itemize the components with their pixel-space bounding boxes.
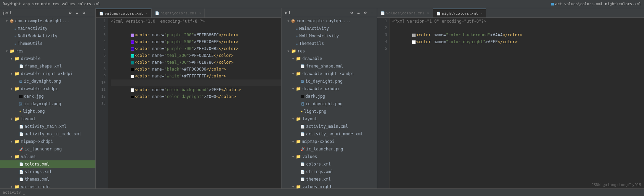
tree-item-r_NoUiModeActivity[interactable]: ☕NoUiModeActivity — [281, 32, 377, 40]
tree-item-r_strings_xml[interactable]: 📄strings.xml — [281, 168, 377, 175]
line-number: 6 — [96, 52, 108, 59]
tree-item-r_activity_main[interactable]: 📄activity_main.xml — [281, 123, 377, 130]
tree-item-themes_xml[interactable]: 📄themes.xml — [0, 175, 95, 183]
tree-item-activity_main[interactable]: 📄activity_main.xml — [0, 123, 95, 130]
code-line — [111, 100, 281, 107]
right-tab-xml-icon2: 📄 — [436, 12, 441, 15]
tree-item-NoUiModeActivity[interactable]: ☕NoUiModeActivity — [0, 32, 95, 40]
tree-item-r_activity_no_ui[interactable]: 📄activity_no_ui_mode.xml — [281, 130, 377, 138]
tree-item-layout[interactable]: ▼📁layout — [0, 115, 95, 123]
right-more-icon[interactable]: — — [369, 10, 375, 15]
code-line: <color name="teal_700">#FF018786</color> — [111, 59, 281, 66]
left-path: DayNight app src main res values colors.… — [3, 2, 550, 6]
line-number: 11 — [96, 86, 108, 93]
left-editor-pane: 📄 values\colors.xml × 📄 night\colors.xml… — [96, 8, 281, 188]
tree-item-values-night[interactable]: ▼📁values-night — [0, 183, 95, 188]
code-line: <color name="color_daynight">#FFF</color… — [392, 38, 644, 45]
tree-item-r_drawable_night[interactable]: ▼📁drawable-night-xxhdpi — [281, 70, 377, 77]
tree-item-values[interactable]: ▼📁values — [0, 153, 95, 160]
tree-item-r_activity[interactable]: ▼📦com.example.daylght... — [281, 17, 377, 25]
tree-item-ic_daynight2[interactable]: 🖼ic_daynight.png — [0, 100, 95, 108]
more-icon[interactable]: — — [88, 10, 93, 15]
tree-item-r_ThemeUtils[interactable]: ☕ThemeUtils — [281, 40, 377, 47]
watermark: CSDN @xiangxiongfly915 — [591, 183, 641, 187]
line-numbers: 12345 — [377, 18, 390, 188]
line-number: 1 — [96, 18, 108, 25]
tab-night-colors[interactable]: 📄 night\colors.xml × — [152, 9, 205, 17]
tab-values-colors[interactable]: 📄 values\colors.xml × — [96, 9, 152, 17]
right-tab-night-colors[interactable]: 📄 night\colors.xml × — [433, 9, 486, 17]
tree-item-ic_daynight[interactable]: 🖼ic_daynight.png — [0, 77, 95, 85]
right-path: act values\colors.xml night\colors.xml — [555, 2, 641, 6]
code-line — [392, 25, 644, 32]
tree-item-r_values_night[interactable]: ▼📁values-night — [281, 183, 377, 188]
tree-item-frame_shape[interactable]: 📄frame_shape.xml — [0, 62, 95, 70]
code-line: <?xml version="1.0" encoding="utf-8"?> — [392, 18, 644, 25]
line-number: 12 — [96, 93, 108, 100]
tree-item-r_MainActivity[interactable]: ☕MainActivity — [281, 25, 377, 32]
tree-item-ThemeUtils[interactable]: ☕ThemeUtils — [0, 40, 95, 47]
code-line: <color name="black">#FF000000</color> — [111, 66, 281, 73]
settings-icon[interactable]: ⚙ — [81, 10, 87, 15]
right-editor-content[interactable]: 12345<?xml version="1.0" encoding="utf-8… — [377, 18, 644, 188]
tree-item-r_layout[interactable]: ▼📁layout — [281, 115, 377, 123]
tree-item-r_light_png[interactable]: ☀light.png — [281, 108, 377, 115]
tree-item-drawable[interactable]: ▼📁drawable — [0, 55, 95, 62]
tree-item-r_frame_shape[interactable]: 📄frame_shape.xml — [281, 62, 377, 70]
tree-item-r_mipmap[interactable]: ▼📁mipmap-xxhdpi — [281, 138, 377, 145]
line-number: 9 — [96, 73, 108, 79]
tree-item-r_dark_jpg[interactable]: dark.jpg — [281, 93, 377, 100]
right-filter-icon[interactable]: ≡ — [356, 10, 361, 15]
code-line — [111, 25, 281, 32]
tree-item-r_ic_daynight[interactable]: 🖼ic_daynight.png — [281, 77, 377, 85]
code-line: <color name="purple_500">#FF6200EE</colo… — [111, 38, 281, 45]
right-tab-close-night[interactable]: × — [481, 12, 483, 15]
tree-item-activity_no_ui_mode[interactable]: 📄activity_no_ui_mode.xml — [0, 130, 95, 138]
tree-item-r_drawable_xxhdpi[interactable]: ▼📁drawable-xxhdpi — [281, 85, 377, 93]
filter-icon[interactable]: ≡ — [74, 10, 80, 15]
tab-xml-icon: 📄 — [99, 12, 103, 15]
line-number: 2 — [377, 25, 389, 32]
tab-close-values[interactable]: × — [146, 12, 148, 15]
right-sync-icon[interactable]: ⚙ — [349, 10, 354, 15]
left-panel-toolbar: ject ⚙ ≡ ⚙ — — [0, 8, 95, 17]
left-editor-content[interactable]: 12345678910111213<?xml version="1.0" enc… — [96, 18, 281, 188]
tree-item-r_drawable[interactable]: ▼📁drawable — [281, 55, 377, 62]
project-label: ject — [2, 10, 67, 15]
tree-item-r_res[interactable]: ▼📁res — [281, 47, 377, 55]
tree-item-r_themes_xml[interactable]: 📄themes.xml — [281, 175, 377, 183]
tab-label-night: night\colors.xml — [160, 11, 197, 15]
tree-item-dark_jpg[interactable]: dark.jpg — [0, 93, 95, 100]
bottom-bar: activity _ — [0, 188, 644, 196]
tree-item-r_ic_launcher[interactable]: 🚀ic_launcher.png — [281, 145, 377, 153]
right-settings-icon[interactable]: ⚙ — [363, 10, 368, 15]
line-number: 7 — [96, 59, 108, 66]
right-tab-close-values[interactable]: × — [428, 11, 429, 15]
tree-item-r_values[interactable]: ▼📁values — [281, 153, 377, 160]
left-project-panel: ject ⚙ ≡ ⚙ — ▼📦com.example.daylght...☕Ma… — [0, 8, 96, 188]
right-tab-label-values: values\colors.xml — [386, 11, 425, 15]
tree-item-drawable-xxhdpi[interactable]: ▼📁drawable-xxhdpi — [0, 85, 95, 93]
code-line — [392, 45, 644, 52]
tree-item-mipmap-xxhdpi[interactable]: ▼📁mipmap-xxhdpi — [0, 138, 95, 145]
tree-item-r_colors_xml[interactable]: 📄colors.xml — [281, 160, 377, 168]
right-project-label: act — [284, 10, 349, 15]
code-line: <?xml version="1.0" encoding="utf-8"?> — [111, 18, 281, 25]
tree-item-r_ic_daynight2[interactable]: 🖼ic_daynight.png — [281, 100, 377, 108]
tree-item-colors_xml[interactable]: 📄colors.xml — [0, 160, 95, 168]
tree-item-light_png[interactable]: ☀light.png — [0, 108, 95, 115]
line-number: 13 — [96, 100, 108, 107]
right-editor-tabs: 📄 values\colors.xml × 📄 night\colors.xml… — [377, 8, 644, 18]
line-numbers: 12345678910111213 — [96, 18, 108, 188]
right-tab-values-colors[interactable]: 📄 values\colors.xml × — [377, 9, 433, 17]
sync-icon[interactable]: ⚙ — [67, 10, 73, 15]
tree-item-strings_xml[interactable]: 📄strings.xml — [0, 168, 95, 175]
tab-close-night[interactable]: × — [199, 11, 201, 15]
tree-item-sceneform-activity[interactable]: ▼📦com.example.daylght... — [0, 17, 95, 25]
line-number: 3 — [96, 32, 108, 38]
line-number: 1 — [377, 18, 389, 25]
tree-item-drawable-night-xxhdpi[interactable]: ▼📁drawable-night-xxhdpi — [0, 70, 95, 77]
tree-item-ic_launcher[interactable]: 🚀ic_launcher.png — [0, 145, 95, 153]
tree-item-res[interactable]: ▼📁res — [0, 47, 95, 55]
tree-item-MainActivity[interactable]: ☕MainActivity — [0, 25, 95, 32]
